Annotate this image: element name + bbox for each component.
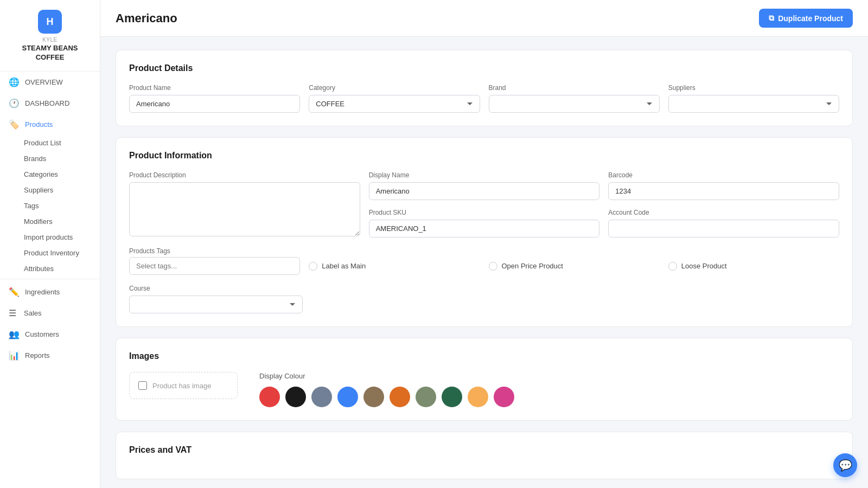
main-content-area: Americano ⧉ Duplicate Product Product De… <box>100 0 868 488</box>
color-swatch-black[interactable] <box>285 387 306 407</box>
sidebar-item-import-products[interactable]: Import products <box>0 229 100 245</box>
main-header: Americano ⧉ Duplicate Product <box>100 0 868 37</box>
display-name-group: Display Name <box>369 171 600 200</box>
category-select[interactable]: COFFEE <box>309 95 480 113</box>
sidebar-item-products-label: Products <box>25 120 53 129</box>
sidebar-item-product-inventory[interactable]: Product Inventory <box>0 245 100 261</box>
suppliers-select[interactable] <box>668 95 839 113</box>
account-code-group: Account Code <box>608 209 839 237</box>
account-code-label: Account Code <box>608 209 839 216</box>
brand-group: Brand <box>489 84 660 113</box>
brand-logo: H <box>38 10 62 34</box>
sidebar-item-suppliers[interactable]: Suppliers <box>0 182 100 198</box>
sidebar-item-categories[interactable]: Categories <box>0 166 100 182</box>
chat-button[interactable]: 💬 <box>833 453 857 477</box>
sidebar-item-sales[interactable]: ☰ Sales <box>0 303 100 324</box>
color-swatch-red[interactable] <box>259 387 280 407</box>
sidebar-item-reports-label: Reports <box>25 351 50 359</box>
customers-icon: 👥 <box>9 329 20 339</box>
category-label: Category <box>309 84 480 92</box>
tags-row: Label as Main Open Price Product Loose P… <box>129 257 839 275</box>
tags-input[interactable] <box>129 257 300 275</box>
sidebar-item-sales-label: Sales <box>24 309 42 317</box>
color-section: Display Colour <box>259 372 839 407</box>
color-swatch-olive[interactable] <box>363 387 384 407</box>
sku-input[interactable] <box>369 220 600 237</box>
product-details-grid: Product Name Category COFFEE Brand S <box>129 84 839 113</box>
duplicate-btn-label: Duplicate Product <box>778 14 843 23</box>
sidebar-item-tags[interactable]: Tags <box>0 198 100 214</box>
product-name-label: Product Name <box>129 84 300 92</box>
sidebar-item-attributes[interactable]: Attributes <box>0 261 100 277</box>
brand-initials: H <box>47 16 54 28</box>
product-details-card: Product Details Product Name Category CO… <box>116 50 853 126</box>
display-name-input[interactable] <box>369 182 600 200</box>
sidebar-item-products[interactable]: 🏷️ Products <box>0 114 100 135</box>
sidebar-item-customers-label: Customers <box>25 330 59 338</box>
info-right-fields: Display Name Barcode Product SKU <box>369 171 839 237</box>
display-colour-label: Display Colour <box>259 372 839 380</box>
barcode-label: Barcode <box>608 171 839 179</box>
color-swatch-orange-red[interactable] <box>390 387 410 407</box>
product-information-title: Product Information <box>129 151 839 160</box>
barcode-group: Barcode <box>608 171 839 200</box>
brand-user-label: KYLE <box>42 37 58 43</box>
color-swatch-pink[interactable] <box>494 387 514 407</box>
image-upload-area[interactable]: Product has image <box>129 372 238 399</box>
sidebar-item-modifiers[interactable]: Modifiers <box>0 214 100 229</box>
description-form-group: Product Description <box>129 171 360 236</box>
brand-select[interactable] <box>489 95 660 113</box>
sidebar-item-customers[interactable]: 👥 Customers <box>0 324 100 345</box>
sku-account-row: Product SKU Account Code <box>369 209 839 237</box>
suppliers-group: Suppliers <box>668 84 839 113</box>
chat-icon: 💬 <box>839 459 852 472</box>
label-as-main-text: Label as Main <box>322 262 366 270</box>
product-information-card: Product Information Product Description … <box>116 137 853 327</box>
info-layout: Product Description Display Name Barcode <box>129 171 839 237</box>
sku-label: Product SKU <box>369 209 600 216</box>
sidebar-item-brands[interactable]: Brands <box>0 151 100 166</box>
open-price-group: Open Price Product <box>489 262 660 271</box>
course-group: Course <box>129 284 303 313</box>
color-swatch-blue[interactable] <box>337 387 358 407</box>
color-swatch-sage[interactable] <box>416 387 436 407</box>
sidebar-item-product-list[interactable]: Product List <box>0 135 100 151</box>
color-swatch-amber[interactable] <box>468 387 488 407</box>
course-select[interactable] <box>129 296 303 313</box>
loose-product-group: Loose Product <box>668 262 839 271</box>
open-price-text: Open Price Product <box>502 262 563 270</box>
sidebar-item-overview[interactable]: 🌐 OVERVIEW <box>0 72 100 93</box>
account-code-input[interactable] <box>608 220 839 237</box>
color-swatches <box>259 387 839 407</box>
sidebar-item-dashboard[interactable]: 🕐 DASHBOARD <box>0 93 100 114</box>
sales-icon: ☰ <box>9 308 18 318</box>
color-swatch-gray[interactable] <box>311 387 332 407</box>
brand-section: H KYLE STEAMY BEANSCOFFEE <box>0 0 100 72</box>
sidebar-item-ingredients[interactable]: ✏️ Ingredients <box>0 281 100 303</box>
product-has-image-checkbox[interactable] <box>138 381 147 390</box>
images-layout: Product has image Display Colour <box>129 372 839 407</box>
product-name-input[interactable] <box>129 95 300 113</box>
images-title: Images <box>129 351 839 361</box>
product-details-title: Product Details <box>129 63 839 73</box>
duplicate-icon: ⧉ <box>769 14 774 23</box>
sidebar-item-reports[interactable]: 📊 Reports <box>0 345 100 366</box>
barcode-input[interactable] <box>608 182 839 200</box>
sidebar-item-overview-label: OVERVIEW <box>25 78 63 86</box>
description-group: Product Description <box>129 171 360 237</box>
display-barcode-row: Display Name Barcode <box>369 171 839 200</box>
reports-icon: 📊 <box>9 350 20 361</box>
prices-vat-title: Prices and VAT <box>129 445 839 455</box>
description-textarea[interactable] <box>129 182 360 236</box>
products-icon: 🏷️ <box>9 119 20 130</box>
color-swatch-dark-green[interactable] <box>442 387 462 407</box>
product-has-image-label: Product has image <box>152 382 211 390</box>
sidebar-nav: 🌐 OVERVIEW 🕐 DASHBOARD 🏷️ Products Produ… <box>0 72 100 366</box>
page-title: Americano <box>116 11 177 25</box>
duplicate-product-button[interactable]: ⧉ Duplicate Product <box>759 9 853 28</box>
sidebar: H KYLE STEAMY BEANSCOFFEE 🌐 OVERVIEW 🕐 D… <box>0 0 100 488</box>
loose-product-radio[interactable] <box>668 262 677 271</box>
suppliers-label: Suppliers <box>668 84 839 92</box>
open-price-radio[interactable] <box>489 262 497 271</box>
label-as-main-radio[interactable] <box>309 262 317 271</box>
